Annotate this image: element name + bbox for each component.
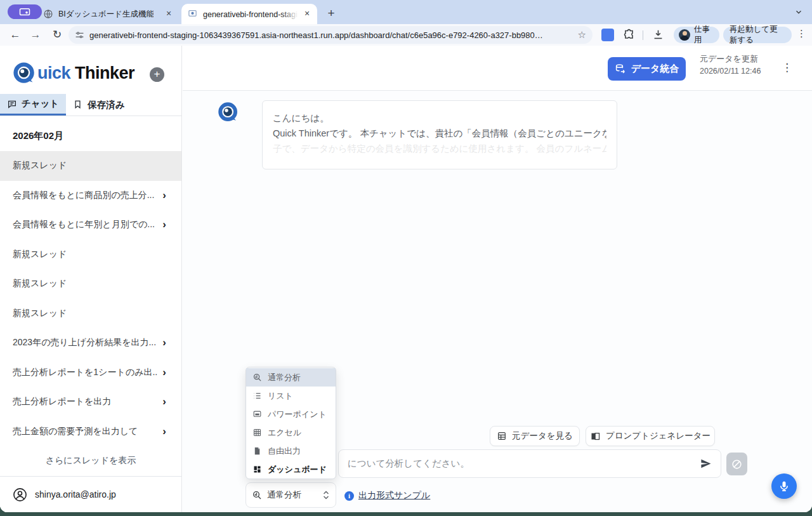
downloads-icon[interactable] [652, 29, 665, 41]
chat-header: データ統合 元データを更新 2026/02/11 12:46 ⋮ [183, 46, 812, 91]
view-source-data-button[interactable]: 元データを見る [490, 426, 580, 446]
chat-input-placeholder: について分析してください。 [348, 458, 700, 470]
brand-logo: uick Thinker + [0, 46, 181, 94]
thread-label: 新規スレッド [13, 308, 166, 319]
new-tab-button[interactable]: + [324, 6, 339, 21]
table-icon [497, 431, 507, 441]
menu-item-label: パワーポイント [268, 409, 327, 420]
send-icon[interactable] [700, 458, 712, 470]
thread-item[interactable]: 売上分析レポートを1シートのみ出... › [0, 358, 181, 388]
thread-item[interactable]: 会員情報をもとに商品別の売上分... › [0, 181, 181, 211]
close-icon[interactable]: × [164, 9, 174, 19]
thread-label: 新規スレッド [13, 249, 166, 260]
chat-input[interactable]: について分析してください。 [338, 449, 721, 478]
thread-label: 新規スレッド [13, 160, 166, 171]
thread-item[interactable]: 新規スレッド [0, 269, 181, 299]
chevron-down-icon[interactable] [792, 5, 806, 19]
browser-window: BIダッシュボード生成機能 × generativebi-frontend-st… [0, 0, 812, 512]
close-icon[interactable]: × [302, 9, 312, 19]
output-format-menu: 通常分析 リスト [246, 367, 336, 479]
sidebar-tabs: チャット 保存済み [0, 94, 181, 116]
assistant-message: こんにちは。 Quick Thinkerです。 本チャットでは、貴社の「会員情報… [262, 100, 617, 169]
bookmark-star-icon[interactable]: ☆ [578, 29, 586, 41]
brand-wordmark: uick Thinker [37, 63, 134, 83]
voice-input-button[interactable] [771, 473, 797, 499]
browser-tab-inactive[interactable]: BIダッシュボード生成機能 × [37, 4, 179, 24]
forward-button[interactable]: → [28, 27, 43, 43]
pinned-extension-icon[interactable] [601, 29, 614, 41]
chevron-right-icon: › [162, 336, 166, 349]
thread-item[interactable]: 売上分析レポートを出力 › [0, 387, 181, 417]
menu-item-list[interactable]: リスト [246, 387, 336, 405]
quick-thinker-q-icon [13, 62, 36, 85]
thread-item[interactable]: 新規スレッド [0, 240, 181, 270]
thread-label: 新規スレッド [13, 278, 166, 289]
tab-saved[interactable]: 保存済み [66, 94, 132, 116]
output-format-select[interactable]: 通常分析 [246, 482, 336, 508]
tab-title: BIダッシュボード生成機能 [58, 9, 154, 20]
chevron-right-icon: › [162, 425, 166, 438]
data-integration-label: データ統合 [631, 63, 679, 75]
tab-chat[interactable]: チャット [0, 94, 66, 116]
thread-label: 2023年の売り上げ分析結果を出力... [13, 337, 157, 348]
account-footer[interactable]: shinya.orita@atiro.jp [0, 476, 181, 512]
database-icon [615, 63, 626, 75]
prompt-generator-label: プロンプトジェネレーター [606, 430, 710, 442]
browser-profile-chip[interactable]: 仕事用 [674, 27, 719, 43]
new-thread-button[interactable]: + [150, 67, 164, 82]
microphone-icon [778, 480, 790, 493]
thread-item[interactable]: 新規スレッド [0, 151, 181, 181]
list-icon [252, 391, 262, 400]
select-updown-icon [322, 490, 330, 500]
browser-toolbar: ← → ↻ generativebi-frontend-staging-1063… [0, 24, 812, 46]
menu-item-normal-analysis[interactable]: 通常分析 [246, 368, 336, 387]
show-more-threads-link[interactable]: さらにスレッドを表示 [0, 446, 181, 475]
browser-menu-kebab-icon[interactable]: ⋮ [797, 28, 806, 39]
menu-item-excel[interactable]: エクセル [246, 423, 336, 442]
thread-label: 売上金額の需要予測を出力して [13, 426, 157, 437]
stop-generation-button[interactable] [726, 453, 747, 475]
site-favicon-icon [188, 9, 198, 19]
search-insights-icon [252, 490, 262, 500]
thread-item[interactable]: 売上金額の需要予測を出力して › [0, 417, 181, 447]
thread-label: 売上分析レポートを1シートのみ出... [13, 367, 157, 378]
message-line: こんにちは。 [273, 110, 606, 126]
menu-item-label: 通常分析 [268, 372, 301, 383]
site-settings-icon[interactable] [75, 30, 84, 40]
extensions-puzzle-icon[interactable] [623, 29, 636, 41]
tab-strip: BIダッシュボード生成機能 × generativebi-frontend-st… [0, 0, 812, 24]
menu-item-dashboard[interactable]: ダッシュボード [246, 460, 336, 479]
menu-item-label: エクセル [268, 427, 301, 439]
relaunch-update-button[interactable]: 再起動して更新する [723, 27, 792, 43]
tab-title: generativebi-frontend-stagin [203, 10, 298, 19]
reload-button[interactable]: ↻ [49, 27, 65, 43]
thread-item[interactable]: 2023年の売り上げ分析結果を出力... › [0, 328, 181, 358]
chat-menu-kebab-icon[interactable]: ⋮ [782, 61, 792, 74]
chevron-right-icon: › [162, 189, 166, 202]
chevron-right-icon: › [162, 218, 166, 231]
thread-item[interactable]: 新規スレッド [0, 299, 181, 329]
avatar [679, 29, 690, 41]
format-select-value: 通常分析 [267, 489, 301, 501]
menu-item-label: 自由出力 [268, 446, 301, 457]
search-insights-icon [252, 373, 262, 382]
update-label: 元データを更新 [700, 53, 782, 65]
user-email: shinya.orita@atiro.jp [35, 489, 116, 499]
message-line: Quick Thinkerです。 本チャットでは、貴社の「会員情報（会員ごとのユ… [273, 126, 606, 141]
output-sample-link[interactable]: 出力形式サンプル [358, 490, 430, 501]
update-timestamp: 2026/02/11 12:46 [700, 67, 782, 76]
thread-label: 売上分析レポートを出力 [13, 396, 157, 407]
data-integration-button[interactable]: データ統合 [608, 57, 686, 81]
output-sample-row: i 出力形式サンプル [344, 489, 430, 503]
address-bar[interactable]: generativebi-frontend-staging-1063439367… [69, 26, 593, 44]
info-icon: i [344, 491, 354, 501]
menu-item-label: リスト [268, 390, 293, 402]
browser-tab-active[interactable]: generativebi-frontend-stagin × [181, 4, 317, 24]
app-root: uick Thinker + チャット [0, 46, 812, 512]
menu-item-free-output[interactable]: 自由出力 [246, 442, 336, 460]
thread-month-header: 2026年02月 [0, 116, 181, 151]
back-button[interactable]: ← [8, 27, 23, 43]
prompt-generator-button[interactable]: プロンプトジェネレーター [586, 426, 715, 446]
menu-item-powerpoint[interactable]: パワーポイント [246, 405, 336, 423]
thread-item[interactable]: 会員情報をもとに年別と月別での... › [0, 210, 181, 240]
